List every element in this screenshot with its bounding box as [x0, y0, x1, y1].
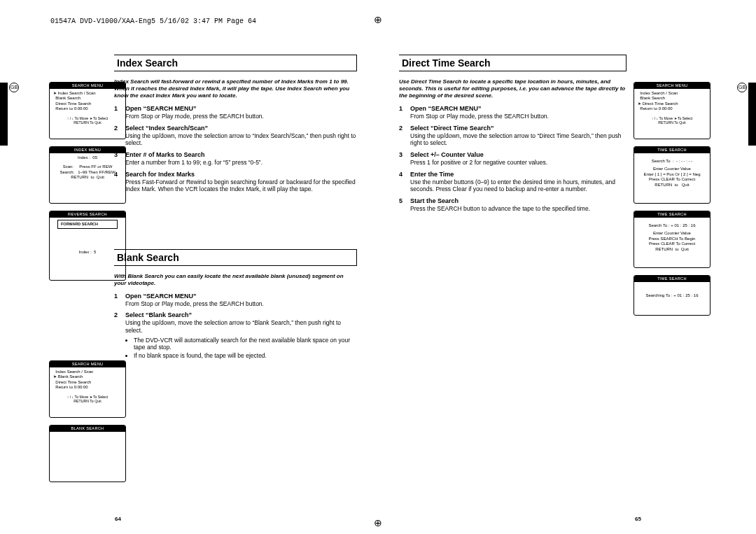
crop-mark-bottom [374, 517, 382, 528]
gb-left: GB [0, 83, 14, 146]
title-direct-time: Direct Time Search [399, 55, 626, 71]
screen-index-search: REVERSE SEARCH FORWARD SEARCH Index : 5 [49, 211, 126, 281]
screen-blank-search: BLANK SEARCH [49, 425, 126, 482]
title-blank-search: Blank Search [114, 249, 357, 266]
screen-blank-menu: SEARCH MENU Index Search / Scan ➤ Blank … [49, 360, 126, 418]
page-65: SEARCH MENU Index Search / Scan Blank Se… [378, 42, 728, 518]
screen-direct-time-3: TIME SEARCH Searching To : + 01 : 25 : 1… [634, 275, 710, 316]
screen-direct-time-1: TIME SEARCH Search To : - : - - : - - En… [634, 146, 710, 204]
intro-direct: Use Direct Time Search to locate a speci… [399, 78, 626, 99]
screen-index-menu-1: SEARCH MENU ➤ Index Search / Scan Blank … [49, 82, 126, 139]
page-64: SEARCH MENU ➤ Index Search / Scan Blank … [28, 42, 378, 518]
page-number-left: 64 [115, 516, 121, 522]
screen-direct-menu: SEARCH MENU Index Search / Scan Blank Se… [634, 82, 710, 139]
screen-direct-time-2: TIME SEARCH Search To : + 01 : 25 : 16 E… [634, 211, 710, 268]
print-header: 01547A DVD-V1000/XAA-Eng5 5/16/02 3:47 P… [50, 17, 256, 25]
intro-index: Index Search will fast-forward or rewind… [114, 78, 357, 99]
intro-blank: With Blank Search you can easily locate … [114, 273, 357, 287]
gb-right: GB [742, 83, 756, 146]
crop-mark-top [374, 14, 382, 25]
page-number-right: 65 [635, 516, 641, 522]
title-index-search: Index Search [114, 55, 357, 71]
screen-index-menu-2: INDEX MENU Index : 05 Scan: Press FF or … [49, 146, 126, 204]
